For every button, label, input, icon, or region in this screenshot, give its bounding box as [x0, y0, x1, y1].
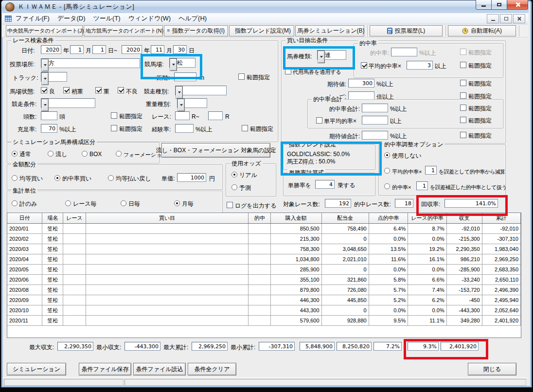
maximize-button[interactable]	[491, 0, 507, 10]
dropdown-button[interactable]	[178, 99, 185, 111]
expected-total-range-checkbox[interactable]	[460, 132, 466, 138]
toolbar-simulation-button[interactable]: 馬券シミュレーション(B)	[295, 25, 364, 36]
table-row[interactable]: 2020/03笠松758,3003,048,65013.5%19.2%2,290…	[7, 244, 521, 254]
track-select[interactable]	[41, 72, 67, 82]
adjust-subtract-field[interactable]	[425, 166, 437, 175]
menu-window[interactable]: ウィンドウ(W)	[124, 13, 175, 24]
ticket-normal-radio[interactable]	[12, 151, 18, 157]
toolbar-import-nar-button[interactable]: 地方競馬データのインポート(N)	[84, 25, 163, 36]
column-header[interactable]: 購入金額	[271, 213, 322, 224]
amount-hitrate-buy-radio[interactable]	[54, 175, 60, 181]
menu-file[interactable]: ファイル(F)	[12, 13, 53, 24]
hit-races-field[interactable]	[395, 199, 413, 208]
avg-hit-rate-checkbox[interactable]	[361, 62, 367, 69]
table-row[interactable]: 2020/09笠松446,300445,8505.2%6.2%-4502,495…	[7, 295, 521, 305]
agg-monthly-radio[interactable]	[174, 200, 180, 206]
substitute-ticket-checkbox[interactable]	[285, 68, 291, 74]
win-rate-power-field[interactable]	[315, 180, 335, 189]
toolbar-auto-run-button[interactable]: 自動運転(A)	[448, 25, 516, 36]
agg-per-race-radio[interactable]	[65, 200, 71, 206]
course-select[interactable]: 笠松	[169, 58, 195, 68]
menu-data[interactable]: データ(D)	[53, 13, 89, 24]
avg-hit-rate-field[interactable]	[407, 61, 433, 70]
date-month1-field[interactable]	[70, 45, 84, 54]
save-condition-file-button[interactable]: 条件ファイル保存	[79, 363, 131, 375]
odds-real-radio[interactable]	[231, 172, 237, 178]
column-header[interactable]: 日付	[7, 213, 42, 224]
minimize-button[interactable]	[476, 0, 492, 10]
payback-rate-field[interactable]	[444, 199, 498, 208]
weight-type-select[interactable]	[177, 98, 207, 108]
expected-value-range-checkbox[interactable]	[460, 80, 466, 86]
amount-equal-buy-radio[interactable]	[12, 175, 18, 181]
target-races-field[interactable]	[325, 199, 351, 208]
ticket-nagashi-radio[interactable]	[48, 151, 53, 157]
race-type-select[interactable]	[175, 86, 227, 95]
column-header[interactable]: 累計	[482, 213, 520, 224]
odds-range-checkbox[interactable]	[460, 92, 466, 99]
race-no-to-field[interactable]	[208, 111, 223, 120]
date-year2-field[interactable]	[122, 45, 142, 54]
vote-place-select[interactable]: 地方	[41, 58, 140, 68]
column-header[interactable]: 場名	[42, 213, 63, 224]
total-payout-field[interactable]	[337, 342, 372, 351]
adjust-subtract-radio[interactable]	[384, 168, 390, 174]
table-row[interactable]: 2020/11笠松579,600928,8809.5%11.1%349,2802…	[7, 316, 521, 326]
ticket-type-select[interactable]: 枠連	[317, 50, 346, 60]
cond-bad-checkbox[interactable]	[118, 87, 124, 93]
distance-range-checkbox[interactable]	[238, 73, 245, 80]
table-row[interactable]: 2020/05笠松285,90000.0%0.0%-285,9002,683,3…	[7, 265, 521, 275]
menu-tool[interactable]: ツール(T)	[89, 13, 124, 24]
column-header[interactable]: 配当金	[321, 213, 369, 224]
toolbar-import-jra-button[interactable]: 中央競馬データのインポート(J)	[6, 25, 83, 36]
race-no-from-field[interactable]	[175, 111, 190, 120]
max-balance-field[interactable]	[57, 342, 93, 351]
race-cond-select[interactable]	[41, 98, 95, 108]
table-row[interactable]: 2020/10笠松443,30000.0%0.0%-443,3002,052,6…	[7, 305, 521, 316]
mdi-restore-button[interactable]	[500, 14, 512, 23]
max-cumulative-field[interactable]	[192, 342, 228, 351]
load-condition-file-button[interactable]: 条件ファイル読込	[133, 363, 186, 375]
clear-all-conditions-button[interactable]: 条件全クリア	[188, 363, 236, 375]
ticket-box-radio[interactable]	[82, 151, 88, 157]
table-header-row[interactable]: 日付場名レース買い目的中購入金額配当金点的中率レース的中率収支累計	[7, 213, 521, 224]
toolbar-blend-setting-button[interactable]: 指数ブレンド設定(M)	[229, 25, 294, 36]
hit-rate-total-field[interactable]	[362, 104, 388, 112]
total-point-hit-rate-field[interactable]	[373, 342, 402, 351]
column-header[interactable]: 点的中率	[369, 213, 408, 224]
column-header[interactable]: 収支	[446, 213, 482, 224]
column-header[interactable]: レース的中率	[408, 213, 446, 224]
hit-rate-total-range-checkbox[interactable]	[460, 105, 466, 111]
date-day2-field[interactable]	[173, 45, 187, 54]
column-header[interactable]: 的中	[249, 213, 271, 224]
date-day1-field[interactable]	[92, 45, 106, 54]
table-row[interactable]: 2020/01笠松850,500758,4906.4%8.7%-92,010-9…	[7, 224, 521, 234]
single-avg-rate-checkbox[interactable]	[316, 117, 322, 124]
total-purchase-field[interactable]	[300, 342, 335, 351]
avg-hit-rate-range-checkbox[interactable]	[460, 62, 466, 68]
toolbar-get-index-button[interactable]: 指数データの取得(I)	[164, 25, 228, 36]
dropdown-button[interactable]	[41, 59, 49, 71]
total-balance-field[interactable]	[441, 342, 479, 351]
agg-total-only-radio[interactable]	[12, 200, 18, 206]
table-row[interactable]: 2020/06笠松355,100321,8605.8%6.6%-33,2402,…	[7, 275, 521, 285]
mdi-minimize-button[interactable]	[487, 14, 499, 23]
cond-slightly-heavy-checkbox[interactable]	[63, 87, 70, 93]
mdi-close-button[interactable]	[513, 14, 525, 23]
table-row[interactable]: 2020/02笠松215,30000.0%0.0%-215,300-307,31…	[7, 234, 521, 244]
dropdown-button[interactable]	[170, 58, 177, 71]
cond-heavy-checkbox[interactable]	[95, 87, 102, 93]
dropdown-button[interactable]	[41, 99, 49, 111]
menu-help[interactable]: ヘルプ(H)	[175, 13, 211, 24]
exp-rate-field[interactable]	[175, 124, 194, 133]
single-avg-rate-range-checkbox[interactable]	[460, 117, 466, 123]
column-header[interactable]: レース	[63, 213, 86, 224]
single-avg-rate-field[interactable]	[362, 116, 388, 125]
hit-rate-range-checkbox[interactable]	[460, 49, 466, 55]
exp-rate-range-checkbox[interactable]	[242, 125, 248, 131]
fill-rate-field[interactable]	[41, 124, 57, 133]
column-header[interactable]: 買い目	[86, 213, 249, 224]
heads-range-checkbox[interactable]	[111, 112, 117, 119]
odds-forecast-radio[interactable]	[231, 184, 237, 190]
total-race-hit-rate-field[interactable]	[408, 342, 439, 351]
